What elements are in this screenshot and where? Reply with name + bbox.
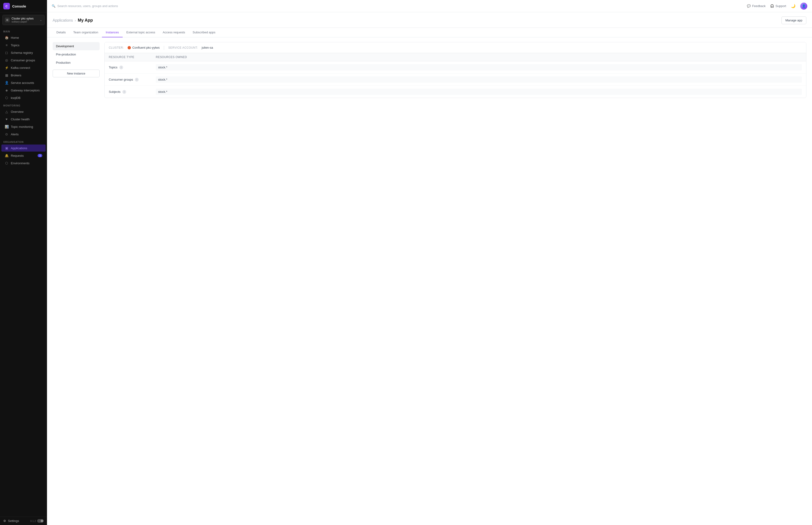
search-bar[interactable]: 🔍 Search resources, users, groups and ac… — [52, 4, 743, 8]
feedback-button[interactable]: 💬 Feedback — [747, 4, 765, 8]
sidebar-item-label: ksqlDB — [11, 96, 20, 100]
cluster-separator: | — [163, 45, 165, 50]
sidebar-item-label: Topics — [11, 44, 19, 47]
resource-owned-topics: stock.* — [156, 64, 802, 71]
sidebar-item-home[interactable]: 🏠 Home — [1, 34, 46, 41]
sidebar-item-label: Requests — [11, 154, 24, 158]
sidebar-item-consumer-groups[interactable]: ◎ Consumer groups — [1, 57, 46, 64]
instance-item-production[interactable]: Production — [52, 59, 99, 67]
tabs: Details Team organization Instances Exte… — [47, 28, 812, 38]
requests-icon: 🔔 — [5, 154, 9, 158]
cluster-selector[interactable]: ⚙ Cluster pkc-yytws solitary-paper ⌄ — [2, 15, 45, 25]
consumer-groups-icon: ◎ — [5, 58, 9, 62]
sidebar-item-kafka-connect[interactable]: ⚡ Kafka connect — [1, 64, 46, 71]
avatar[interactable]: 👤 — [800, 3, 807, 10]
version-text: V.1.2 — [30, 520, 36, 522]
instance-item-pre-production[interactable]: Pre-production — [52, 50, 99, 59]
applications-icon: ▣ — [5, 146, 9, 150]
breadcrumb-parent[interactable]: Applications — [52, 18, 73, 22]
sidebar-item-service-accounts[interactable]: 👤 Service accounts — [1, 79, 46, 86]
kafka-connect-icon: ⚡ — [5, 66, 9, 70]
ksqldb-icon: ⬡ — [5, 96, 9, 100]
sidebar-item-brokers[interactable]: ▦ Brokers — [1, 72, 46, 79]
sidebar-item-schema-registry[interactable]: ◻ Schema registry — [1, 49, 46, 56]
sidebar-item-overview[interactable]: △ Overview — [1, 108, 46, 115]
topbar: 🔍 Search resources, users, groups and ac… — [47, 0, 812, 12]
header-resources-owned: Resources owned — [156, 56, 802, 59]
sidebar-item-environments[interactable]: ⬡ Environments — [1, 160, 46, 167]
sidebar-item-ksqldb[interactable]: ⬡ ksqlDB — [1, 94, 46, 101]
breadcrumb-separator: › — [75, 18, 76, 22]
tab-subscribed-apps[interactable]: Subscribed apps — [189, 28, 219, 38]
confluent-dot-icon — [127, 46, 131, 49]
breadcrumb: Applications › My App — [52, 18, 93, 23]
instance-label: Pre-production — [56, 52, 76, 56]
sidebar-item-label: Topic monitoring — [11, 125, 33, 129]
tab-access-requests[interactable]: Access requests — [159, 28, 189, 38]
resource-type-subjects: Subjects i — [109, 90, 156, 94]
support-button[interactable]: 🎧 Support — [770, 4, 786, 8]
sidebar-item-alerts[interactable]: ⊙ Alerts — [1, 131, 46, 138]
service-accounts-icon: 👤 — [5, 81, 9, 85]
sidebar-item-topics[interactable]: ≡ Topics — [1, 42, 46, 49]
sidebar-item-label: Overview — [11, 110, 24, 114]
main-section-label: MAIN — [0, 28, 47, 34]
header-resource-type: Resource type — [109, 56, 156, 59]
feedback-icon: 💬 — [747, 4, 751, 8]
tab-external-topic-access[interactable]: External topic access — [123, 28, 159, 38]
settings-item[interactable]: ⚙ Settings — [3, 519, 19, 523]
table-row: Subjects i stock.* — [105, 86, 806, 98]
info-icon-consumer-groups[interactable]: i — [135, 78, 139, 81]
home-icon: 🏠 — [5, 36, 9, 40]
requests-badge: 3 — [37, 154, 42, 157]
sidebar-item-applications[interactable]: ▣ Applications — [1, 145, 46, 152]
info-icon-topics[interactable]: i — [119, 65, 123, 69]
resource-owned-subjects: stock.* — [156, 89, 802, 95]
organisation-section-label: ORGANISATION — [0, 138, 47, 144]
resource-type-label: Subjects — [109, 90, 121, 93]
resource-type-label: Topics — [109, 65, 118, 69]
support-icon: 🎧 — [770, 4, 774, 8]
version-badge: V.1.2 — [30, 519, 44, 523]
sidebar-item-gateway-interceptors[interactable]: ◈ Gateway interceptors — [1, 87, 46, 94]
resource-owned-consumer-groups: stock.* — [156, 76, 802, 83]
cluster-icon: ⚙ — [5, 18, 10, 22]
page-content: Applications › My App Manage app Details… — [47, 12, 812, 525]
tab-instances[interactable]: Instances — [102, 28, 123, 38]
cluster-bar-value: Confluent pkc-yytws — [127, 46, 159, 49]
overview-icon: △ — [5, 110, 9, 114]
gateway-icon: ◈ — [5, 88, 9, 92]
table-row: Topics i stock.* — [105, 61, 806, 74]
monitoring-section-label: MONITORING — [0, 102, 47, 108]
topics-icon: ≡ — [5, 43, 9, 47]
cluster-bar-label: CLUSTER: — [109, 46, 124, 49]
sidebar-item-label: Gateway interceptors — [11, 89, 40, 92]
cluster-sub: solitary-paper — [12, 20, 38, 23]
topbar-right: 💬 Feedback 🎧 Support 🌙 👤 — [747, 3, 807, 10]
app-title: Console — [12, 4, 26, 8]
cluster-name: Cluster pkc-yytws — [12, 17, 38, 20]
new-instance-button[interactable]: New instance — [52, 70, 99, 77]
sidebar-item-requests[interactable]: 🔔 Requests 3 — [1, 152, 46, 159]
version-toggle[interactable] — [37, 519, 44, 523]
sidebar-item-cluster-health[interactable]: ♥ Cluster health — [1, 116, 46, 123]
sidebar-item-label: Environments — [11, 162, 29, 165]
instance-label: Development — [56, 44, 74, 48]
settings-icon: ⚙ — [3, 519, 6, 523]
content-body: Development Pre-production Production Ne… — [47, 38, 812, 103]
instance-item-development[interactable]: Development — [52, 42, 99, 50]
page-header: Applications › My App Manage app — [47, 12, 812, 28]
info-icon-subjects[interactable]: i — [122, 90, 126, 94]
schema-icon: ◻ — [5, 51, 9, 55]
service-account-value: julien-sa — [202, 46, 213, 49]
instance-label: Production — [56, 61, 71, 64]
tab-team-organization[interactable]: Team organization — [70, 28, 102, 38]
tab-details[interactable]: Details — [52, 28, 70, 38]
environments-icon: ⬡ — [5, 161, 9, 165]
service-account-label: SERVICE ACCOUNT: — [168, 46, 198, 49]
sidebar-item-label: Consumer groups — [11, 59, 35, 62]
manage-app-button[interactable]: Manage app — [781, 16, 806, 24]
sidebar-item-topic-monitoring[interactable]: 📊 Topic monitoring — [1, 123, 46, 130]
search-icon: 🔍 — [52, 4, 56, 8]
theme-toggle-button[interactable]: 🌙 — [791, 4, 796, 8]
